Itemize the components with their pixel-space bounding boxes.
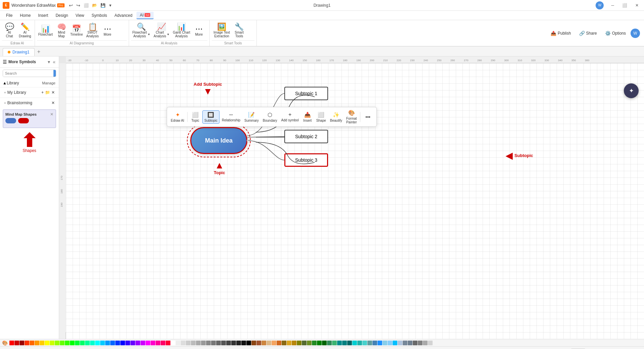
minimize-btn[interactable]: ─ (608, 2, 617, 9)
color-swatch[interactable] (60, 341, 65, 345)
color-swatch[interactable] (120, 341, 125, 345)
color-swatch[interactable] (146, 341, 150, 345)
image-text-btn[interactable]: 🖼️ Image TextExtraction (212, 22, 232, 39)
subtopic-3-node[interactable]: Subtopic 3 (284, 153, 328, 167)
color-swatch[interactable] (231, 341, 236, 345)
tab-drawing1[interactable]: Drawing1 (3, 48, 35, 56)
color-swatch[interactable] (75, 341, 80, 345)
color-swatch[interactable] (30, 341, 34, 345)
color-swatch[interactable] (372, 341, 377, 345)
canvas-grid[interactable]: ✦ Edraw AI ⬜ Topic 🔲 Subtopic ↔ Relation… (66, 63, 644, 339)
color-swatch[interactable] (383, 341, 387, 345)
menu-home[interactable]: Home (16, 12, 34, 19)
color-swatch[interactable] (65, 341, 70, 345)
color-swatch[interactable] (408, 341, 412, 345)
search-button[interactable]: Search (53, 70, 56, 77)
ntb-shape[interactable]: ⬜ Shape (315, 111, 328, 123)
color-swatch[interactable] (221, 341, 226, 345)
color-swatch[interactable] (418, 341, 422, 345)
sidebar-close-btn[interactable]: « (52, 59, 56, 65)
color-swatch[interactable] (115, 341, 120, 345)
ai-chat-btn[interactable]: 💬 AI Chat (2, 22, 17, 39)
mind-map-shapes-close[interactable]: ✕ (50, 112, 53, 117)
color-swatch[interactable] (362, 341, 367, 345)
redo-btn[interactable]: ↪ (75, 2, 82, 9)
color-swatch[interactable] (80, 341, 85, 345)
new-window-btn[interactable]: ⬜ (82, 2, 90, 8)
color-swatch[interactable] (186, 341, 191, 345)
color-swatch[interactable] (403, 341, 407, 345)
color-swatch[interactable] (171, 341, 175, 345)
color-swatch[interactable] (246, 341, 251, 345)
color-swatch[interactable] (282, 341, 286, 345)
color-swatch[interactable] (50, 341, 54, 345)
color-swatch[interactable] (327, 341, 332, 345)
color-swatch[interactable] (206, 341, 211, 345)
menu-design[interactable]: Design (52, 12, 71, 19)
color-swatch[interactable] (125, 341, 130, 345)
swot-btn[interactable]: 📋 SWOTAnalysis (85, 22, 100, 39)
color-swatch[interactable] (352, 341, 357, 345)
ntb-insert[interactable]: 📥 Insert (301, 111, 314, 123)
chart-analysis-btn[interactable]: 📈 ChartAnalysis ▼ (152, 22, 171, 39)
color-swatch[interactable] (130, 341, 135, 345)
ntb-beautify[interactable]: ✨ Beautify (328, 111, 344, 123)
color-swatch[interactable] (398, 341, 402, 345)
color-swatch[interactable] (256, 341, 261, 345)
color-swatch[interactable] (317, 341, 322, 345)
color-swatch[interactable] (337, 341, 342, 345)
menu-ai[interactable]: AI hot (136, 12, 154, 19)
ntb-topic[interactable]: ⬜ Topic (189, 111, 202, 123)
ntb-more[interactable]: ••• (362, 113, 374, 121)
color-swatch[interactable] (90, 341, 95, 345)
color-swatch[interactable] (367, 341, 372, 345)
sidebar-item-my-library[interactable]: + My Library + 📁 ✕ (0, 89, 59, 96)
sidebar-pin-btn[interactable]: ▾ (47, 59, 51, 65)
color-swatch[interactable] (45, 341, 49, 345)
menu-view[interactable]: View (72, 12, 88, 19)
my-library-add-btn[interactable]: + (41, 90, 44, 95)
subtopic-1-node[interactable]: Subtopic 1 (284, 87, 328, 100)
flowchart-analysis-btn[interactable]: 🔍 FlowchartAnalysis ▼ (131, 22, 152, 39)
color-swatch[interactable] (191, 341, 196, 345)
color-picker-icon[interactable]: 🎨 (2, 340, 8, 346)
ntb-relationship[interactable]: ↔ Relationship (220, 111, 242, 123)
color-swatch[interactable] (307, 341, 312, 345)
color-swatch[interactable] (322, 341, 327, 345)
connection-point[interactable] (247, 139, 250, 142)
color-swatch[interactable] (9, 341, 14, 345)
color-swatch[interactable] (393, 341, 397, 345)
close-btn[interactable]: ✕ (633, 2, 641, 9)
color-swatch[interactable] (277, 341, 281, 345)
color-swatch[interactable] (377, 341, 382, 345)
color-swatch[interactable] (35, 341, 39, 345)
more-btn[interactable]: ▼ (107, 3, 114, 8)
my-library-close-btn[interactable]: ✕ (51, 90, 55, 95)
color-swatch[interactable] (110, 341, 115, 345)
color-swatch[interactable] (388, 341, 392, 345)
timeline-btn[interactable]: 📅 Timeline (69, 24, 84, 37)
color-swatch[interactable] (272, 341, 276, 345)
color-swatch[interactable] (241, 341, 246, 345)
color-swatch[interactable] (156, 341, 160, 345)
search-input[interactable] (3, 70, 53, 77)
menu-symbols[interactable]: Symbols (88, 12, 111, 19)
color-swatch[interactable] (151, 341, 155, 345)
main-idea-node[interactable]: Main Idea (190, 127, 247, 154)
mind-map-btn[interactable]: 🧠 MindMap (55, 22, 68, 39)
color-swatch[interactable] (312, 341, 317, 345)
color-swatch[interactable] (95, 341, 100, 345)
color-swatch[interactable] (236, 341, 241, 345)
ntb-add-symbol[interactable]: + Add symbol (280, 111, 300, 123)
sidebar-item-brainstorming[interactable]: + Brainstorming ✕ (0, 99, 59, 107)
subtopic-2-node[interactable]: Subtopic 2 (284, 130, 328, 143)
more-analysis-btn[interactable]: ⋯ More (192, 24, 206, 37)
ai-drawing-btn[interactable]: ✏️ AIDrawing (17, 22, 33, 39)
ai-float-btn[interactable]: ✦ (624, 83, 639, 98)
color-swatch[interactable] (201, 341, 206, 345)
shape-ellipse-blue[interactable] (5, 118, 16, 123)
library-manage-btn[interactable]: Manage (41, 80, 56, 86)
menu-insert[interactable]: Insert (35, 12, 51, 19)
ntb-edraw-ai[interactable]: ✦ Edraw AI (169, 111, 186, 123)
publish-btn[interactable]: 📤 Publish (547, 29, 574, 37)
